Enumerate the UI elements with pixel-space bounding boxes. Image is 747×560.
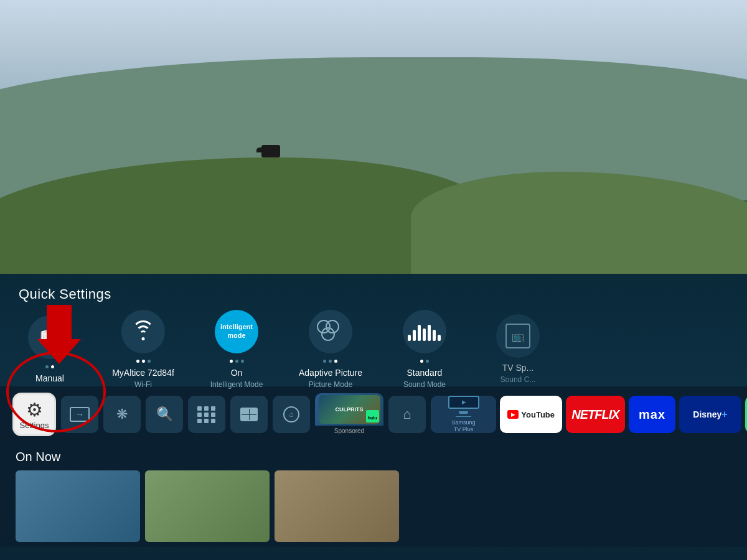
input-source-icon: → <box>70 407 90 422</box>
intelligent-mode-icon-circle: intelligentmode <box>215 310 258 353</box>
netflix-label: NETFLIX <box>571 408 619 422</box>
dot <box>235 360 238 363</box>
intelligent-dots <box>230 360 244 363</box>
max-label: max <box>639 408 665 422</box>
culprits-poster: CULPRITS hulu <box>319 395 380 424</box>
max-button[interactable]: max <box>629 396 675 433</box>
setting-item-tv-speaker[interactable]: 📺 TV Sp... Sound C... <box>487 314 549 384</box>
on-now-thumbnails <box>16 470 731 542</box>
tv-icon: 📺 <box>512 330 524 342</box>
intelligent-mode-label: On <box>231 368 243 378</box>
dot <box>241 360 244 363</box>
bar-7 <box>438 335 441 341</box>
settings-items-row: 📖 Manual MyAlti <box>0 312 747 386</box>
on-now-thumb-3[interactable] <box>275 470 399 542</box>
horse-silhouette <box>261 145 280 157</box>
sponsored-card[interactable]: CULPRITS hulu Sponsored <box>315 393 383 436</box>
sound-mode-icon-circle <box>403 310 446 353</box>
monitor-base <box>456 416 471 418</box>
intelligent-mode-sublabel: Intelligent Mode <box>210 380 263 389</box>
bar-5 <box>428 325 431 341</box>
hill-foreground-right <box>411 172 747 286</box>
disney-plus-button[interactable]: Disney+ <box>679 396 741 433</box>
wifi-icon-circle <box>121 310 165 353</box>
adaptive-dots <box>323 360 337 363</box>
intelligent-mode-icon: intelligentmode <box>220 323 253 339</box>
wifi-label: MyAltice 72d84f <box>112 368 174 378</box>
sound-mode-label: Standard <box>407 368 443 378</box>
sound-mode-sublabel: Sound Mode <box>403 380 446 389</box>
setting-item-intelligent-mode[interactable]: intelligentmode On Intelligent Mode <box>205 310 268 389</box>
app-bar: ⚙ Settings → ❋ 🔍 <box>0 386 747 442</box>
dot-active <box>142 360 145 363</box>
hulu-badge: hulu <box>366 410 379 422</box>
youtube-label: YouTube <box>521 410 555 419</box>
circle-bottom <box>321 327 335 341</box>
ambient-icon: ⌂ <box>283 406 299 422</box>
on-now-section: On Now <box>0 442 747 547</box>
sound-bars-icon <box>408 322 441 341</box>
tv-speaker-icon-circle: 📺 <box>496 314 540 358</box>
tv-background <box>0 0 747 286</box>
samsung-tv-plus-label: SamsungTV Plus <box>451 419 475 433</box>
multiview-button[interactable] <box>230 396 268 433</box>
home-button[interactable]: ⌂ <box>388 396 426 433</box>
dot-active <box>334 360 337 363</box>
smartthings-icon: ❋ <box>116 406 128 422</box>
setting-item-wifi[interactable]: MyAltice 72d84f Wi-Fi <box>112 310 174 389</box>
youtube-button[interactable]: YouTube <box>500 396 562 433</box>
search-button[interactable]: 🔍 <box>146 396 183 433</box>
ambient-button[interactable]: ⌂ <box>273 396 310 433</box>
settings-label: Settings <box>20 421 49 430</box>
bar-1 <box>408 335 411 341</box>
adaptive-picture-icon-circle <box>309 310 352 353</box>
dot <box>323 360 326 363</box>
setting-item-adaptive-picture[interactable]: Adaptive Picture Picture Mode <box>299 310 362 389</box>
netflix-button[interactable]: NETFLIX <box>566 396 625 433</box>
on-now-thumb-1[interactable] <box>16 470 140 542</box>
apps-grid-icon <box>197 406 216 423</box>
sponsored-card-image: CULPRITS hulu <box>315 393 383 426</box>
wifi-icon <box>132 323 154 340</box>
svg-marker-0 <box>37 305 81 364</box>
monitor-stand <box>459 411 468 413</box>
sponsored-label: Sponsored <box>315 426 383 434</box>
streaming-apps-row: ▶ SamsungTV Plus YouTube NETFLIX max <box>431 396 747 433</box>
manual-label: Manual <box>35 373 64 383</box>
gear-icon: ⚙ <box>26 399 43 421</box>
culprits-title: CULPRITS <box>334 404 365 414</box>
apps-button[interactable] <box>188 396 225 433</box>
disney-plus-label: Disney+ <box>693 409 727 420</box>
dot <box>426 360 429 363</box>
annotation-arrow <box>34 305 84 367</box>
input-source-button[interactable]: → <box>61 396 98 433</box>
adaptive-picture-sublabel: Picture Mode <box>309 380 353 389</box>
wifi-dots <box>136 360 151 363</box>
samsung-tv-plus-button[interactable]: ▶ SamsungTV Plus <box>431 396 496 433</box>
dot-active <box>136 360 139 363</box>
wifi-sublabel: Wi-Fi <box>134 380 152 389</box>
quick-settings-panel: Quick Settings 📖 Manual <box>0 274 747 560</box>
bar-2 <box>413 330 416 341</box>
tv-speaker-label: TV Sp... <box>502 363 534 373</box>
dot-active <box>230 360 233 363</box>
bar-6 <box>433 330 436 341</box>
adaptive-picture-icon <box>317 320 344 343</box>
wifi-dot <box>142 337 145 340</box>
dot <box>148 360 151 363</box>
settings-button[interactable]: ⚙ Settings <box>12 393 56 436</box>
sound-dots <box>420 360 429 363</box>
bar-4 <box>423 329 426 341</box>
on-now-title: On Now <box>16 450 731 464</box>
quick-settings-title: Quick Settings <box>0 274 747 312</box>
tv-speaker-sublabel: Sound C... <box>500 375 536 384</box>
youtube-play-icon <box>507 410 519 419</box>
samsung-monitor-icon: ▶ <box>448 396 479 409</box>
dot <box>329 360 332 363</box>
bar-3 <box>418 325 421 341</box>
setting-item-sound-mode[interactable]: Standard Sound Mode <box>393 310 456 389</box>
smartthings-button[interactable]: ❋ <box>103 396 141 433</box>
tv-speaker-icon: 📺 <box>505 324 530 348</box>
on-now-thumb-2[interactable] <box>145 470 270 542</box>
home-icon: ⌂ <box>403 406 411 422</box>
